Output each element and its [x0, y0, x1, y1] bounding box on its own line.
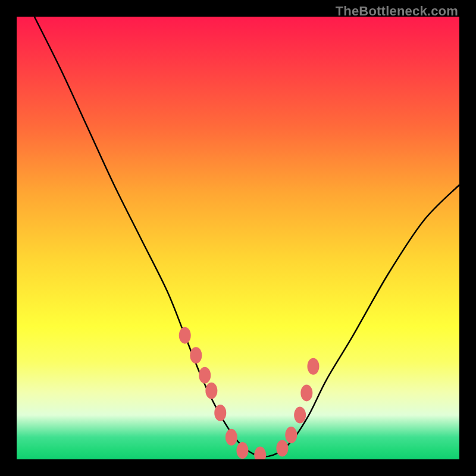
markers-group: [179, 327, 320, 459]
marker-dot: [285, 427, 297, 443]
marker-dot: [300, 384, 312, 401]
marker-dot: [214, 405, 226, 421]
marker-dot: [199, 367, 211, 384]
marker-dot: [190, 347, 202, 364]
bottleneck-curve: [35, 17, 459, 456]
marker-dot: [276, 440, 288, 456]
chart-svg: [17, 17, 459, 459]
plot-area: [17, 17, 459, 459]
marker-dot: [294, 407, 306, 424]
marker-dot: [236, 442, 248, 459]
marker-dot: [179, 327, 191, 344]
marker-dot: [205, 383, 217, 399]
figure-root: TheBottleneck.com: [0, 0, 476, 476]
marker-dot: [226, 429, 237, 446]
marker-dot: [254, 447, 266, 459]
marker-dot: [307, 358, 319, 375]
